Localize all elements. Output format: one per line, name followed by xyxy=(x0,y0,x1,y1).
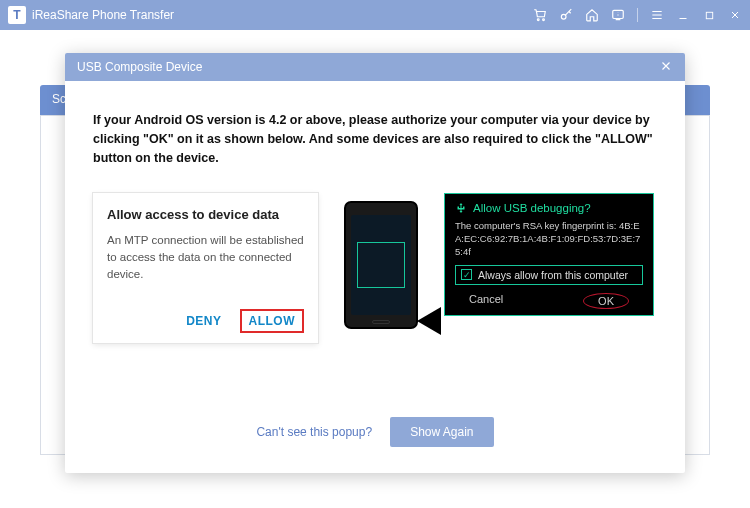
maximize-icon[interactable] xyxy=(702,8,716,22)
phone-illustration xyxy=(344,201,418,329)
pointer-arrow-icon xyxy=(417,307,441,335)
mtp-allow-actions: DENY ALLOW xyxy=(107,309,304,333)
dialog-close-icon[interactable] xyxy=(659,59,673,76)
usb-cancel-button[interactable]: Cancel xyxy=(469,293,503,309)
show-again-button[interactable]: Show Again xyxy=(390,417,493,447)
usb-actions: Cancel OK xyxy=(455,291,643,309)
usb-fingerprint: The computer's RSA key fingerprint is: 4… xyxy=(455,220,643,258)
phone-home-indicator xyxy=(372,320,390,324)
usb-fingerprint-label: The computer's RSA key fingerprint is: xyxy=(455,220,616,231)
titlebar-divider xyxy=(637,8,638,22)
minimize-icon[interactable] xyxy=(676,8,690,22)
always-allow-checkbox[interactable]: ✓ xyxy=(461,269,472,280)
mtp-allow-box: Allow access to device data An MTP conne… xyxy=(93,193,318,343)
phone-popup-illustration xyxy=(357,242,405,288)
usb-dialog: USB Composite Device If your Android OS … xyxy=(65,53,685,473)
phone-screen xyxy=(351,215,411,315)
svg-point-1 xyxy=(543,19,545,21)
svg-rect-3 xyxy=(613,10,624,18)
svg-point-0 xyxy=(537,19,539,21)
dialog-title: USB Composite Device xyxy=(77,60,202,74)
app-titlebar: T iReaShare Phone Transfer xyxy=(0,0,750,30)
usb-icon xyxy=(455,202,467,214)
always-allow-label: Always allow from this computer xyxy=(478,269,628,281)
allow-button[interactable]: ALLOW xyxy=(240,309,305,333)
dialog-footer: Can't see this popup? Show Again xyxy=(65,417,685,473)
usb-debugging-box: Allow USB debugging? The computer's RSA … xyxy=(444,193,654,315)
dialog-instruction: If your Android OS version is 4.2 or abo… xyxy=(93,111,657,167)
deny-button[interactable]: DENY xyxy=(186,314,221,328)
usb-box-title: Allow USB debugging? xyxy=(473,202,591,214)
feedback-icon[interactable] xyxy=(611,8,625,22)
mtp-allow-body: An MTP connection will be established to… xyxy=(107,232,304,309)
always-allow-row[interactable]: ✓ Always allow from this computer xyxy=(455,265,643,285)
menu-icon[interactable] xyxy=(650,8,664,22)
dialog-illustration-row: Allow access to device data An MTP conne… xyxy=(93,193,657,343)
app-logo: T xyxy=(8,6,26,24)
mtp-allow-heading: Allow access to device data xyxy=(107,207,304,222)
home-icon[interactable] xyxy=(585,8,599,22)
key-icon[interactable] xyxy=(559,8,573,22)
usb-ok-button[interactable]: OK xyxy=(583,293,629,309)
svg-rect-4 xyxy=(706,12,712,18)
dialog-body: If your Android OS version is 4.2 or abo… xyxy=(65,81,685,417)
close-icon[interactable] xyxy=(728,8,742,22)
usb-box-title-row: Allow USB debugging? xyxy=(455,202,643,214)
cant-see-link[interactable]: Can't see this popup? xyxy=(256,425,372,439)
app-title: iReaShare Phone Transfer xyxy=(32,8,174,22)
titlebar-icons xyxy=(533,8,742,22)
dialog-header: USB Composite Device xyxy=(65,53,685,81)
cart-icon[interactable] xyxy=(533,8,547,22)
